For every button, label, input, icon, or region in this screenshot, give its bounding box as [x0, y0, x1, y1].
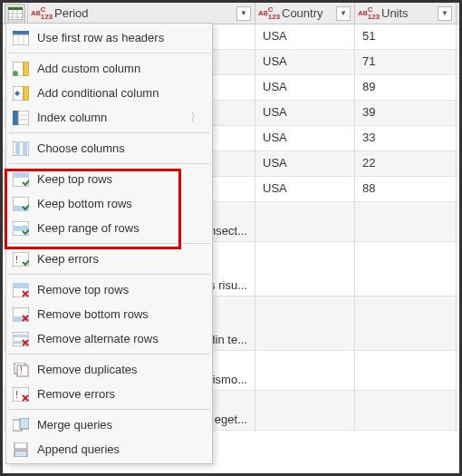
- cell-units[interactable]: 89: [355, 75, 457, 101]
- remove-top-rows-icon: [12, 281, 30, 299]
- svg-rect-11: [24, 62, 29, 76]
- svg-rect-1: [8, 7, 23, 10]
- menu-add-custom-column[interactable]: Add custom column: [6, 56, 212, 81]
- use-first-row-icon: [12, 29, 30, 47]
- menu-keep-top-rows[interactable]: Keep top rows: [6, 167, 212, 191]
- menu-choose-columns[interactable]: Choose columns: [6, 136, 212, 160]
- table-menu-button[interactable]: [5, 4, 25, 24]
- cell-units[interactable]: 22: [355, 151, 457, 177]
- cell-country[interactable]: USA: [255, 151, 355, 177]
- svg-text:!: !: [20, 365, 23, 375]
- menu-remove-top-rows[interactable]: Remove top rows: [6, 277, 212, 302]
- cell-country[interactable]: USA: [255, 126, 355, 151]
- keep-errors-icon: !: [12, 250, 30, 268]
- cell-units[interactable]: [355, 351, 457, 391]
- filter-dropdown-icon[interactable]: ▼: [336, 6, 351, 21]
- svg-rect-20: [15, 141, 20, 156]
- cell-units[interactable]: [355, 391, 457, 431]
- filter-dropdown-icon[interactable]: ▼: [236, 6, 251, 21]
- cell-units[interactable]: 39: [355, 101, 457, 126]
- column-header-row: ABC123 Period ▼ ABC123 Country ▼ ABC123 …: [3, 3, 459, 24]
- cell-country[interactable]: USA: [255, 101, 355, 126]
- abc123-type-icon: ABC123: [32, 5, 52, 22]
- menu-separator: [8, 132, 210, 133]
- svg-rect-31: [13, 283, 29, 288]
- menu-use-first-row-as-headers[interactable]: Use first row as headers: [6, 25, 212, 50]
- svg-rect-7: [13, 34, 29, 45]
- keep-bottom-rows-icon: [12, 195, 30, 213]
- menu-remove-bottom-rows[interactable]: Remove bottom rows: [6, 302, 212, 326]
- svg-rect-51: [20, 418, 29, 429]
- menu-merge-queries[interactable]: Merge queries: [6, 413, 212, 437]
- merge-queries-icon: [12, 416, 30, 434]
- column-label: Period: [54, 6, 89, 20]
- cell-country[interactable]: USA: [255, 24, 355, 50]
- add-custom-column-icon: [12, 60, 30, 78]
- svg-rect-16: [18, 111, 29, 125]
- svg-point-12: [13, 71, 18, 76]
- menu-separator: [8, 163, 210, 164]
- choose-columns-icon: [12, 140, 30, 158]
- table-context-menu: Use first row as headers Add custom colu…: [5, 23, 213, 464]
- cell-units[interactable]: 51: [355, 24, 457, 50]
- svg-text:!: !: [15, 389, 18, 400]
- remove-bottom-rows-icon: [12, 306, 30, 324]
- column-header-country[interactable]: ABC123 Country ▼: [255, 3, 355, 24]
- cell-country[interactable]: USA: [255, 50, 355, 75]
- svg-rect-15: [13, 111, 18, 125]
- cell-country[interactable]: [255, 391, 355, 431]
- abc123-type-icon: ABC123: [359, 5, 379, 22]
- svg-rect-39: [13, 335, 29, 337]
- keep-range-rows-icon: [12, 219, 30, 238]
- remove-alternate-rows-icon: [12, 330, 30, 348]
- cell-country[interactable]: USA: [255, 75, 355, 101]
- cell-units[interactable]: [355, 202, 457, 242]
- svg-rect-44: [17, 365, 28, 376]
- remove-duplicates-icon: !: [12, 361, 30, 379]
- svg-rect-14: [24, 86, 29, 101]
- menu-index-column[interactable]: Index column 〉: [6, 105, 212, 130]
- menu-remove-errors[interactable]: ! Remove errors: [6, 382, 212, 406]
- svg-rect-23: [13, 172, 29, 178]
- svg-rect-53: [14, 451, 27, 457]
- add-conditional-column-icon: [12, 84, 30, 102]
- index-column-icon: [12, 109, 30, 127]
- cell-country[interactable]: [255, 351, 355, 391]
- svg-rect-52: [14, 442, 27, 449]
- column-header-units[interactable]: ABC123 Units ▼: [355, 3, 457, 24]
- cell-units[interactable]: 88: [355, 177, 457, 202]
- chevron-right-icon: 〉: [190, 110, 203, 125]
- menu-keep-bottom-rows[interactable]: Keep bottom rows: [6, 191, 212, 216]
- svg-rect-21: [23, 141, 27, 156]
- svg-rect-27: [13, 226, 29, 231]
- cell-country[interactable]: [255, 202, 355, 242]
- menu-separator: [8, 243, 210, 244]
- cell-units[interactable]: 33: [355, 126, 457, 151]
- svg-rect-6: [13, 31, 29, 34]
- menu-separator: [8, 409, 210, 410]
- menu-separator: [8, 274, 210, 275]
- filter-dropdown-icon[interactable]: ▼: [438, 6, 452, 21]
- column-label: Units: [381, 6, 409, 20]
- menu-separator: [8, 53, 210, 53]
- column-header-period[interactable]: ABC123 Period ▼: [28, 3, 255, 24]
- menu-add-conditional-column[interactable]: Add conditional column: [6, 81, 212, 105]
- column-label: Country: [282, 6, 323, 20]
- abc123-type-icon: ABC123: [259, 5, 279, 22]
- cell-units[interactable]: [355, 296, 457, 351]
- menu-remove-alternate-rows[interactable]: Remove alternate rows: [6, 326, 212, 351]
- append-queries-icon: [12, 441, 30, 459]
- menu-keep-errors[interactable]: ! Keep errors: [6, 247, 212, 271]
- cell-country[interactable]: [255, 296, 355, 351]
- svg-text:!: !: [15, 254, 18, 265]
- cell-units[interactable]: [355, 242, 457, 296]
- menu-separator: [8, 354, 210, 355]
- remove-errors-icon: !: [12, 385, 30, 403]
- cell-country[interactable]: USA: [255, 177, 355, 202]
- cell-country[interactable]: [255, 242, 355, 296]
- cell-units[interactable]: 71: [355, 50, 457, 75]
- keep-top-rows-icon: [12, 170, 30, 189]
- menu-keep-range-of-rows[interactable]: Keep range of rows: [6, 216, 212, 240]
- menu-append-queries[interactable]: Append queries: [6, 437, 212, 461]
- menu-remove-duplicates[interactable]: ! Remove duplicates: [6, 357, 212, 382]
